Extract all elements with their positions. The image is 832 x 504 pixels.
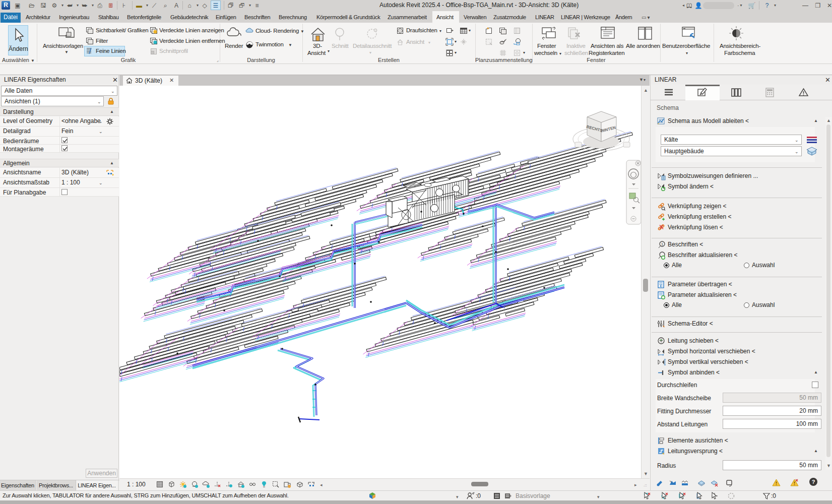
svg-text:1: 1 — [661, 242, 664, 246]
